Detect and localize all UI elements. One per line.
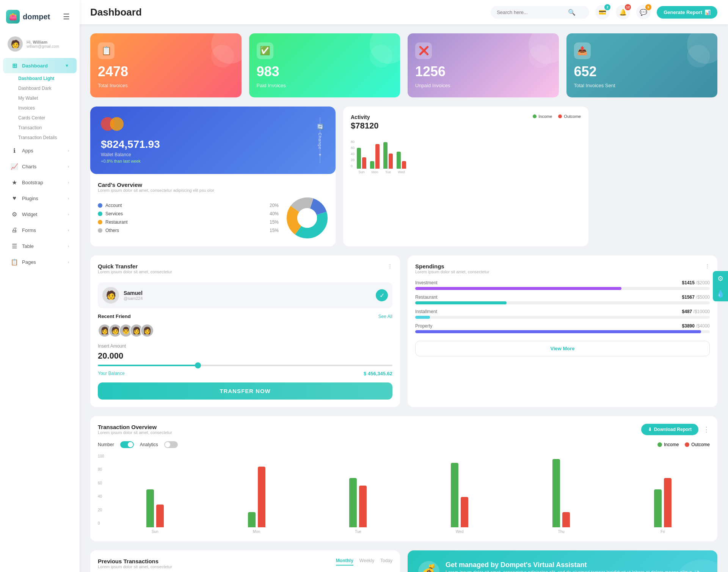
to-header: Transaction Overview Lorem ipsum dolor s… [98,424,710,435]
search-input[interactable] [497,9,565,15]
to-fri-outcome [664,478,672,527]
to-sun-outcome [156,505,164,527]
wallet-amount: $824,571.93 [101,138,309,150]
qt-user: 🧑 Samuel @sam224 ✓ [98,282,392,308]
to-bars-wed [451,463,468,527]
bar-groups: Sun Mon [357,142,581,174]
sub-nav-transaction[interactable]: Transaction [11,123,80,133]
qt-menu-icon[interactable]: ⋮ [388,263,392,269]
sub-nav-dashboard-light[interactable]: Dashboard Light [11,74,80,83]
to-tue-label: Tue [355,530,361,534]
generate-report-button[interactable]: Generate Report 📊 [657,6,717,19]
water-float-button[interactable]: 💧 [713,286,728,301]
analytics-toggle-label: Analytics [140,442,158,447]
y-label-40: 40 [351,152,355,156]
y-label-60: 60 [351,146,355,150]
sidebar-item-forms[interactable]: 🖨 Forms › [3,223,77,238]
property-amount: $3890 [682,323,695,329]
wallet-card-inner: $824,571.93 Wallet Balance +0.8% than la… [101,117,325,163]
paid-invoices-label: Paid Invoices [257,83,393,88]
charts-icon: 📈 [11,163,18,170]
slider-fill [98,365,201,366]
tab-weekly[interactable]: Weekly [359,558,374,566]
pt-header: Previous Transactions Lorem ipsum dolor … [98,558,392,570]
sidebar-item-apps[interactable]: ℹ Apps › [3,143,77,158]
bars-tue [383,142,393,169]
sidebar-item-widget[interactable]: ⚙ Widget › [3,207,77,222]
widget-icon: ⚙ [11,210,18,218]
wallet-badge: 2 [604,4,610,10]
sidebar-item-bootstrap[interactable]: ★ Bootstrap › [3,175,77,190]
amount-slider[interactable] [98,365,392,366]
sidebar: 👛 dompet ☰ 🧑 Hi, William william@gmail.c… [0,0,80,572]
amount-value: 20.000 [98,351,392,361]
user-hi: Hi, William [27,40,59,44]
download-report-button[interactable]: ⬇ Download Report [641,424,698,435]
dashboard-submenu: Dashboard Light Dashboard Dark My Wallet… [0,74,80,143]
water-icon: 💧 [716,290,725,298]
spending-restaurant-header: Restaurant $1567 /$5000 [415,295,710,300]
total-invoices-number: 2478 [98,64,234,80]
number-toggle[interactable] [120,441,134,448]
transfer-now-button[interactable]: TRANSFER NOW [98,382,392,400]
arrow-right-icon-bootstrap: › [68,180,69,185]
activity-legend: Income Outcome [533,114,581,119]
svg-point-4 [297,208,317,228]
wallet-divider[interactable]: 🔄 Change ▼ [320,117,320,163]
sidebar-item-table[interactable]: ☰ Table › [3,238,77,254]
account-label: Account [105,203,122,208]
user-info: Hi, William william@gmail.com [27,40,59,49]
message-badge: 5 [645,4,651,10]
spendings-panel: Spendings Lorem ipsum dolor sit amet, co… [408,255,717,407]
bar-chart-icon: 📊 [704,9,711,15]
sub-nav-dashboard-dark[interactable]: Dashboard Dark [11,83,80,93]
investment-label: Investment [415,280,438,285]
analytics-toggle[interactable] [164,441,178,448]
notification-icon-btn[interactable]: 🔔 12 [616,5,630,19]
tab-today[interactable]: Today [380,558,392,566]
donut-chart [286,197,328,239]
spending-restaurant: Restaurant $1567 /$5000 [415,295,710,304]
wallet-icon-btn[interactable]: 💳 2 [595,5,610,19]
user-email: william@gmail.com [27,44,59,49]
wallet-icon: 💳 [599,9,606,16]
recent-friend-row: Recent Friend See All [98,313,392,319]
sub-nav-my-wallet[interactable]: My Wallet [11,93,80,103]
to-fri-label: Fri [661,530,665,534]
to-menu-icon[interactable]: ⋮ [703,425,710,434]
sidebar-item-charts[interactable]: 📈 Charts › [3,159,77,174]
to-y-20: 20 [98,508,104,512]
installment-bar-fill [415,316,430,319]
sidebar-item-plugins[interactable]: ♥ Plugins › [3,191,77,206]
view-more-button[interactable]: View More [415,341,710,356]
spending-investment-header: Investment $1415 /$2000 [415,280,710,285]
installment-amounts: $487 /$10000 [682,309,710,314]
toggle-knob-analytics [165,442,170,447]
message-icon-btn[interactable]: 💬 5 [636,5,651,19]
spending-property-header: Property $3890 /$4000 [415,323,710,329]
sub-nav-transaction-details[interactable]: Transaction Details [11,133,80,143]
main-content: Dashboard 🔍 💳 2 🔔 12 💬 5 Generate Report… [80,0,728,572]
to-bar-group-tue: Tue [311,478,405,534]
settings-float-button[interactable]: ⚙ [713,271,728,286]
virtual-assistant-card: 💰 Get managed by Dompet's Virtual Assist… [408,550,717,572]
friend-avatar-5[interactable]: 👩 [140,324,154,337]
tab-monthly[interactable]: Monthly [336,558,353,566]
sidebar-item-widget-label: Widget [22,212,37,217]
y-label-80: 80 [351,140,355,144]
sub-nav-invoices[interactable]: Invoices [11,103,80,113]
wed-income-bar [397,152,401,169]
paid-invoices-number: 983 [257,64,393,80]
recent-friend-label: Recent Friend [98,313,131,319]
sidebar-item-pages[interactable]: 📋 Pages › [3,254,77,270]
y-axis: 80 60 40 20 0 [351,140,355,174]
mon-income-bar [370,161,374,169]
see-all-link[interactable]: See All [378,314,392,319]
spendings-menu-icon[interactable]: ⋮ [705,263,710,269]
sub-nav-cards-center[interactable]: Cards Center [11,113,80,123]
hamburger-menu[interactable]: ☰ [57,5,76,28]
message-icon: 💬 [640,9,647,16]
donut-row: Account 20% Services 40% [98,197,328,239]
sidebar-item-dashboard[interactable]: ⊞ Dashboard ▼ [3,58,77,73]
investment-amounts: $1415 /$2000 [682,280,710,285]
